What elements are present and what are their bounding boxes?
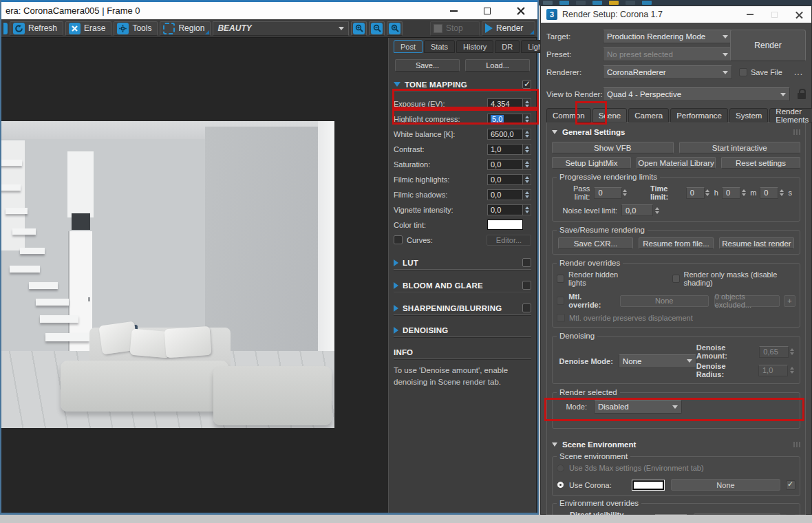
minimize-icon[interactable]	[450, 10, 458, 12]
white-balance-input[interactable]: 6500,0	[487, 129, 523, 140]
white-balance-spinner[interactable]	[523, 129, 531, 140]
render-selected-mode-dropdown[interactable]: Disabled	[594, 400, 682, 414]
saturation-input[interactable]: 0,0	[487, 159, 523, 170]
rollout-arrow-icon[interactable]	[552, 442, 557, 447]
tab-post[interactable]: Post	[394, 40, 423, 53]
highlight-compress-input[interactable]: 5,0	[487, 114, 523, 125]
pass-limit-input[interactable]: 0	[594, 187, 621, 199]
region-button[interactable]: Region	[160, 21, 211, 36]
render-hidden-lights-checkbox[interactable]	[557, 275, 564, 283]
erase-button[interactable]: Erase	[65, 21, 111, 36]
tab-common[interactable]: Common	[546, 108, 591, 122]
start-interactive-button[interactable]: Start interactive	[679, 142, 801, 153]
tone-mapping-checkbox[interactable]	[522, 80, 531, 89]
saturation-spinner[interactable]	[523, 159, 531, 170]
denoise-mode-dropdown[interactable]: None	[619, 354, 696, 368]
channel-dropdown[interactable]: BEAUTY	[213, 21, 349, 36]
curves-checkbox[interactable]	[394, 235, 403, 244]
refresh-button[interactable]: Refresh	[10, 21, 63, 36]
show-vfb-button[interactable]: Show VFB	[552, 142, 674, 153]
vfb-titlebar[interactable]: era: CoronaCamera005 | Frame 0	[1, 0, 537, 19]
use-max-radio[interactable]	[557, 465, 564, 472]
noise-limit-spinner[interactable]	[653, 204, 661, 216]
tab-render-elements[interactable]: Render Elements	[769, 108, 812, 122]
tone-mapping-header[interactable]: TONE MAPPING	[394, 80, 531, 92]
scene-environment-rollout[interactable]: Scene Environment	[551, 438, 802, 451]
render-setup-titlebar[interactable]: 3 Render Setup: Corona 1.7	[541, 6, 811, 23]
save-button[interactable]: Save...	[395, 59, 460, 72]
tab-scene[interactable]: Scene	[592, 108, 628, 122]
sharpening-checkbox[interactable]	[522, 303, 531, 312]
render-only-masks-checkbox[interactable]	[672, 275, 680, 283]
time-s-spinner[interactable]	[778, 187, 784, 199]
exposure-input[interactable]: 4.354	[487, 98, 523, 109]
maximize-icon[interactable]	[484, 8, 491, 14]
noise-limit-input[interactable]: 0,0	[621, 204, 653, 216]
collapsed-arrow-icon[interactable]	[394, 259, 398, 266]
renderer-dropdown[interactable]: CoronaRenderer	[603, 65, 732, 79]
time-h-spinner[interactable]	[705, 187, 711, 199]
open-material-library-button[interactable]: Open Material Library	[637, 157, 716, 169]
save-cxr-button[interactable]: Save CXR...	[558, 237, 633, 249]
tab-performance[interactable]: Performance	[670, 108, 728, 122]
tab-dr[interactable]: DR	[495, 40, 520, 53]
contrast-input[interactable]: 1,0	[487, 144, 523, 155]
filmic-highlights-spinner[interactable]	[523, 174, 531, 185]
rollout-arrow-icon[interactable]	[552, 130, 557, 134]
more-button[interactable]: ...	[794, 67, 806, 77]
render-button-setup[interactable]: Render	[730, 30, 806, 61]
load-button[interactable]: Load...	[465, 59, 530, 72]
target-dropdown[interactable]: Production Rendering Mode	[603, 30, 732, 43]
reset-settings-button[interactable]: Reset settings	[721, 157, 800, 169]
vignette-input[interactable]: 0,0	[487, 204, 523, 215]
tab-system[interactable]: System	[729, 108, 768, 122]
setup-lightmix-button[interactable]: Setup LightMix	[552, 157, 631, 169]
bloom-checkbox[interactable]	[522, 281, 531, 290]
mtl-override-checkbox[interactable]	[557, 297, 564, 305]
preset-dropdown[interactable]: No preset selected	[603, 47, 732, 61]
bloom-header[interactable]: BLOOM AND GLARE	[394, 281, 531, 292]
collapse-arrow-icon[interactable]	[394, 82, 400, 87]
time-h-input[interactable]: 0	[686, 187, 705, 199]
contrast-spinner[interactable]	[523, 144, 531, 155]
tab-history[interactable]: History	[456, 40, 493, 53]
zoom-out-button[interactable]	[369, 21, 385, 36]
color-tint-swatch[interactable]	[487, 220, 523, 230]
filmic-shadows-spinner[interactable]	[523, 189, 531, 200]
render-button-vfb[interactable]: Render	[482, 21, 535, 36]
maximize-icon[interactable]	[771, 12, 778, 18]
collapsed-arrow-icon[interactable]	[394, 282, 398, 289]
highlight-compress-spinner[interactable]	[523, 114, 531, 125]
collapsed-arrow-icon[interactable]	[394, 305, 398, 312]
corona-env-toggle[interactable]	[786, 480, 795, 490]
time-s-input[interactable]: 0	[760, 187, 778, 199]
tools-button[interactable]: Tools	[114, 21, 158, 36]
objects-excluded-button[interactable]: 0 objects excluded...	[714, 295, 780, 307]
time-m-input[interactable]: 0	[722, 187, 740, 199]
lut-checkbox[interactable]	[522, 258, 531, 267]
zoom-in-button[interactable]	[351, 21, 367, 36]
filmic-highlights-input[interactable]: 0,0	[487, 174, 523, 185]
minimize-icon[interactable]	[747, 14, 754, 15]
denoising-header[interactable]: DENOISING	[394, 326, 531, 337]
use-corona-radio[interactable]	[557, 481, 564, 489]
view-dropdown[interactable]: Quad 4 - Perspective	[603, 87, 790, 101]
lut-header[interactable]: LUT	[394, 258, 531, 270]
resume-from-file-button[interactable]: Resume from file...	[639, 237, 714, 249]
resume-last-render-button[interactable]: Resume last render	[719, 237, 794, 249]
collapsed-arrow-icon[interactable]	[394, 327, 398, 334]
close-icon[interactable]	[517, 7, 525, 15]
corona-env-map-slot[interactable]: None	[671, 479, 780, 491]
filmic-shadows-input[interactable]: 0,0	[487, 189, 523, 200]
mtl-override-slot[interactable]: None	[620, 295, 709, 307]
vignette-spinner[interactable]	[523, 204, 531, 215]
clipped-save-icon[interactable]	[3, 23, 8, 34]
close-icon[interactable]	[795, 11, 803, 19]
zoom-reset-button[interactable]	[387, 21, 403, 36]
pass-limit-spinner[interactable]	[622, 187, 628, 199]
lock-icon[interactable]	[798, 93, 806, 99]
add-exclude-button[interactable]: +	[784, 295, 795, 307]
sharpening-header[interactable]: SHARPENING/BLURRING	[394, 303, 531, 315]
corona-env-color-swatch[interactable]	[632, 480, 664, 490]
time-m-spinner[interactable]	[740, 187, 747, 199]
